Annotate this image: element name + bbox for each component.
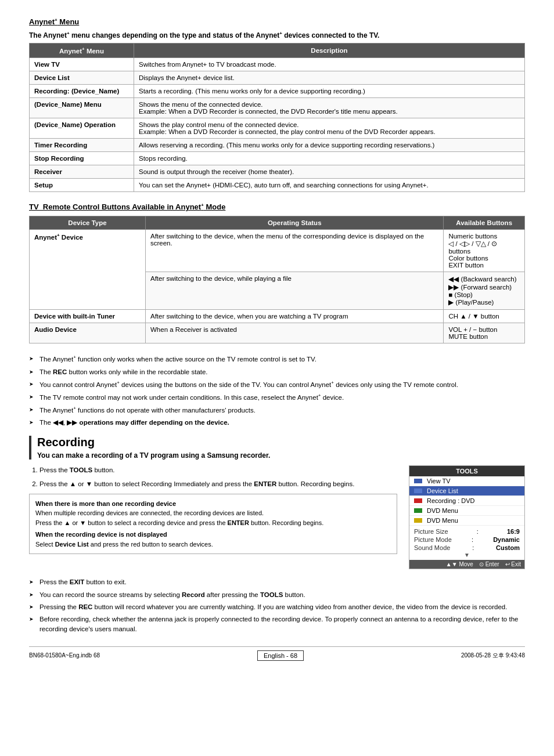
tools-item-view-tv: View TV	[409, 476, 524, 486]
table-row: Stop Recording Stops recording.	[30, 152, 525, 165]
col-header-operating: Operating Status	[146, 216, 444, 230]
list-item: The REC button works only while in the r…	[29, 367, 525, 377]
col-header-device: Device Type	[30, 216, 146, 230]
list-item: The TV remote control may not work under…	[29, 392, 525, 403]
table-row: Recording: (Device_Name) Starts a record…	[30, 85, 525, 98]
list-item: Press the ▲ or ▼ button to select Record…	[39, 479, 397, 489]
tools-header: TOOLS	[409, 466, 524, 476]
tools-picture-size: Picture Size : 16:9	[414, 527, 520, 536]
list-item: Press the TOOLS button.	[39, 465, 397, 475]
blue-icon	[414, 489, 422, 493]
tools-more-indicator: ▼	[414, 552, 520, 558]
tools-footer-enter: ⊙ Enter	[479, 561, 499, 567]
date-ref: 2008-05-28 오후 9:43:48	[461, 652, 525, 660]
col-header-menu: Anynet+ Menu	[30, 44, 134, 58]
tools-item-recording-dvd: Recording : DVD	[409, 496, 524, 506]
recording-title: Recording	[37, 436, 525, 449]
tools-item-dvd-menu-1: DVD Menu	[409, 506, 524, 516]
table-row: Device List Displays the Anynet+ device …	[30, 71, 525, 85]
table-row: (Device_Name) Operation Shows the play c…	[30, 118, 525, 139]
info-text-2: Press the ▲ or ▼ button to select a reco…	[35, 518, 391, 528]
info-title-1: When there is more than one recording de…	[35, 499, 391, 509]
bottom-notes: Press the EXIT button to exit. You can r…	[29, 577, 525, 634]
tools-ui-box: TOOLS View TV Device List Recording : DV…	[409, 465, 525, 569]
anynet-menu-title: Anynet+ Menu	[29, 17, 525, 26]
table-row: (Device_Name) Menu Shows the menu of the…	[30, 98, 525, 118]
remote-control-table: Device Type Operating Status Available B…	[29, 216, 525, 343]
page-number: English - 68	[257, 650, 304, 661]
list-item: Pressing the REC button will record what…	[29, 602, 525, 612]
table-row: Device with built-in Tuner After switchi…	[30, 310, 525, 323]
tools-sound-mode: Sound Mode : Custom	[414, 544, 520, 552]
recording-section-header: Recording You can make a recording of a …	[29, 436, 525, 460]
red-icon	[414, 498, 422, 503]
page-content: Anynet+ Menu The Anynet+ menu changes de…	[29, 17, 525, 661]
info-text-3: Select Device List and press the red but…	[35, 540, 391, 549]
yellow-icon	[414, 518, 422, 523]
list-item: The Anynet+ functions do not operate wit…	[29, 405, 525, 415]
recording-steps: Press the TOOLS button. Press the ▲ or ▼…	[29, 465, 397, 569]
table-row: Audio Device When a Receiver is activate…	[30, 323, 525, 343]
table-row: Receiver Sound is output through the rec…	[30, 165, 525, 179]
tools-item-dvd-menu-2: DVD Menu	[409, 516, 524, 526]
green-icon	[414, 508, 422, 513]
info-title-2: When the recording device is not display…	[35, 530, 391, 540]
table-row: Anynet+ Device After switching to the de…	[30, 230, 525, 272]
col-header-desc: Description	[134, 44, 525, 58]
recording-subtitle: You can make a recording of a TV program…	[37, 451, 525, 460]
tools-picture-mode: Picture Mode : Dynamic	[414, 536, 520, 544]
table-row: View TV Switches from Anynet+ to TV broa…	[30, 58, 525, 71]
list-item: The Anynet+ function only works when the…	[29, 354, 525, 364]
recording-content: Press the TOOLS button. Press the ▲ or ▼…	[29, 465, 525, 569]
page-footer: BN68-01580A~Eng.indb 68 English - 68 200…	[29, 646, 525, 661]
anynet-menu-subtitle: The Anynet+ menu changes depending on th…	[29, 31, 525, 39]
tools-footer-exit: ↩ Exit	[505, 561, 521, 567]
blue-icon	[414, 479, 422, 483]
tools-footer: ▲▼ Move ⊙ Enter ↩ Exit	[409, 560, 524, 569]
tools-footer-move: ▲▼ Move	[446, 561, 473, 567]
steps-list: Press the TOOLS button. Press the ▲ or ▼…	[39, 465, 397, 489]
col-header-buttons: Available Buttons	[444, 216, 525, 230]
list-item: The ◀◀, ▶▶ operations may differ dependi…	[29, 418, 525, 428]
info-text-1: When multiple recording devices are conn…	[35, 508, 391, 518]
list-item: You can record the source streams by sel…	[29, 590, 525, 600]
tools-item-device-list: Device List	[409, 486, 524, 496]
list-item: Before recording, check whether the ante…	[29, 614, 525, 635]
table-row: Setup You can set the Anynet+ (HDMI-CEC)…	[30, 179, 525, 192]
remote-control-title: TV Remote Control Buttons Available in A…	[29, 202, 525, 211]
doc-ref: BN68-01580A~Eng.indb 68	[29, 652, 100, 659]
tools-settings: Picture Size : 16:9 Picture Mode : Dynam…	[409, 526, 524, 560]
list-item: You cannot control Anynet+ devices using…	[29, 379, 525, 390]
anynet-menu-table: Anynet+ Menu Description View TV Switche…	[29, 43, 525, 192]
anynet-notes: The Anynet+ function only works when the…	[29, 354, 525, 428]
info-box: When there is more than one recording de…	[29, 494, 397, 555]
list-item: Press the EXIT button to exit.	[29, 577, 525, 587]
table-row: Timer Recording Allows reserving a recor…	[30, 139, 525, 152]
